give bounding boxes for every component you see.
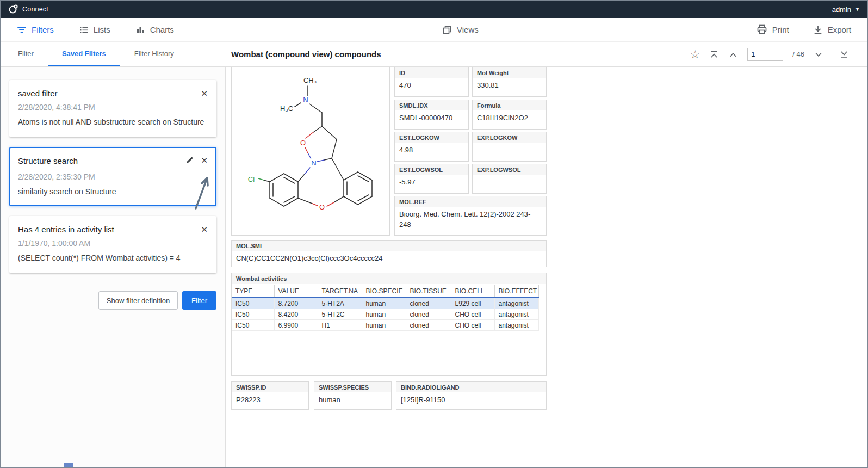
filter-card-title: Has 4 entries in activity list bbox=[18, 225, 194, 234]
activities-column-header[interactable]: TARGET.NA bbox=[318, 285, 362, 298]
previous-record-icon[interactable] bbox=[728, 50, 738, 59]
field-label: MOL.REF bbox=[395, 196, 546, 207]
record-nav-controls: ☆ / 46 bbox=[690, 48, 849, 61]
field-label: SWISSP.ID bbox=[232, 382, 308, 392]
user-menu[interactable]: admin ▼ bbox=[832, 5, 860, 14]
field-exp-logwsol[interactable]: EXP.LOGWSOL bbox=[472, 164, 547, 194]
filter-button[interactable]: Filter bbox=[182, 291, 216, 310]
field-swissp-species[interactable]: SWISSP.SPECIES human bbox=[314, 381, 392, 410]
toolbar-views-label: Views bbox=[457, 25, 479, 34]
activities-cell: human bbox=[362, 309, 406, 320]
bar-chart-icon bbox=[135, 25, 145, 35]
tab-filter[interactable]: Filter bbox=[4, 42, 48, 66]
filter-card-structure-search[interactable]: ✕ 2/28/2020, 2:35:30 PM similarity searc… bbox=[9, 147, 216, 207]
delete-filter-icon[interactable]: ✕ bbox=[201, 156, 208, 165]
toolbar-right-group: Print Export bbox=[757, 24, 851, 35]
field-value bbox=[473, 175, 546, 180]
molecule-structure: CH₃ N H₃C O N Cl O bbox=[232, 67, 389, 235]
field-est-logwsol[interactable]: EST.LOGWSOL -5.97 bbox=[394, 164, 469, 194]
sidebar-tabs: Filter Saved Filters Filter History bbox=[1, 42, 226, 66]
tab-filter-history[interactable]: Filter History bbox=[120, 42, 188, 66]
edit-pencil-icon[interactable] bbox=[186, 156, 194, 164]
brand: Connect bbox=[8, 4, 48, 14]
toolbar-lists-button[interactable]: Lists bbox=[79, 25, 110, 35]
field-label: SMDL.IDX bbox=[395, 100, 468, 110]
field-smdl-idx[interactable]: SMDL.IDX SMDL-00000470 bbox=[394, 100, 469, 130]
atom-label-o: O bbox=[300, 139, 306, 147]
next-record-icon[interactable] bbox=[814, 50, 823, 59]
tab-filter-label: Filter bbox=[18, 50, 34, 58]
activities-column-header[interactable]: VALUE bbox=[274, 285, 318, 298]
field-exp-logkow[interactable]: EXP.LOGKOW bbox=[472, 132, 547, 162]
delete-filter-icon[interactable]: ✕ bbox=[201, 89, 208, 98]
list-icon bbox=[79, 25, 89, 35]
favorite-star-icon[interactable]: ☆ bbox=[690, 48, 700, 60]
activities-row[interactable]: IC508.72005-HT2AhumanclonedL929 cellanta… bbox=[232, 298, 538, 309]
caret-down-icon: ▼ bbox=[855, 7, 860, 12]
field-est-logkow[interactable]: EST.LOGKOW 4.98 bbox=[394, 132, 469, 162]
activities-cell: H1 bbox=[318, 320, 362, 331]
field-bind-radioligand[interactable]: BIND.RADIOLIGAND [125I]R-91150 bbox=[396, 381, 547, 410]
activities-column-header[interactable]: TYPE bbox=[232, 285, 274, 298]
record-number-input[interactable] bbox=[747, 48, 783, 61]
field-id[interactable]: ID 470 bbox=[394, 67, 469, 97]
field-value: 330.81 bbox=[473, 78, 546, 94]
field-formula[interactable]: Formula C18H19ClN2O2 bbox=[472, 100, 547, 130]
field-mol-weight[interactable]: Mol Weight 330.81 bbox=[472, 67, 547, 97]
show-filter-definition-button[interactable]: Show filter definition bbox=[98, 291, 178, 310]
field-mol-ref[interactable]: MOL.REF Bioorg. Med. Chem. Lett. 12(2)-2… bbox=[394, 196, 547, 236]
delete-filter-icon[interactable]: ✕ bbox=[201, 225, 208, 235]
toolbar-filters-button[interactable]: Filters bbox=[17, 25, 54, 35]
field-label: Mol Weight bbox=[473, 67, 546, 78]
field-value: Bioorg. Med. Chem. Lett. 12(2)-2002 243-… bbox=[395, 207, 546, 233]
last-record-icon[interactable] bbox=[839, 50, 849, 59]
toolbar-views-button[interactable]: Views bbox=[442, 25, 479, 35]
field-label: EXP.LOGKOW bbox=[473, 132, 546, 143]
atom-label-n: N bbox=[303, 96, 308, 104]
activities-column-header[interactable]: BIO.TISSUE bbox=[406, 285, 451, 298]
field-label: Formula bbox=[473, 100, 546, 110]
activities-row[interactable]: IC506.9900H1humanclonedCHO cellantagonis… bbox=[232, 320, 538, 331]
field-label: SWISSP.SPECIES bbox=[314, 382, 391, 392]
atom-label-h3c: H₃C bbox=[280, 104, 293, 113]
field-mol-smi[interactable]: MOL.SMI CN(C)CC1CC2N(O1)c3cc(Cl)ccc3Oc4c… bbox=[231, 240, 547, 267]
saved-filters-panel: saved filter ✕ 2/28/2020, 4:38:41 PM Ato… bbox=[1, 67, 226, 467]
filter-card-description: similarity search on Structure bbox=[18, 186, 208, 198]
activities-label: Wombat activities bbox=[232, 273, 546, 284]
atom-label-n: N bbox=[311, 159, 316, 167]
field-value: C18H19ClN2O2 bbox=[473, 110, 546, 126]
activities-column-header[interactable]: BIO.SPECIE bbox=[362, 285, 406, 298]
field-label: EST.LOGWSOL bbox=[395, 164, 468, 175]
activities-column-header[interactable]: BIO.EFFECT bbox=[494, 285, 538, 298]
atom-label-cl: Cl bbox=[248, 175, 255, 183]
export-button[interactable]: Export bbox=[813, 24, 851, 35]
activities-cell: 5-HT2A bbox=[318, 298, 362, 309]
filter-actions: Show filter definition Filter bbox=[9, 291, 216, 310]
activities-cell: 6.9900 bbox=[274, 320, 318, 331]
app-window: Connect admin ▼ Filters Lists Cha bbox=[0, 0, 868, 468]
toolbar-charts-button[interactable]: Charts bbox=[135, 25, 174, 35]
activities-cell: cloned bbox=[406, 309, 451, 320]
structure-viewer[interactable]: CH₃ N H₃C O N Cl O bbox=[231, 67, 390, 236]
field-label: ID bbox=[395, 67, 468, 78]
first-record-icon[interactable] bbox=[709, 50, 719, 59]
horizontal-scrollbar-thumb[interactable] bbox=[64, 463, 73, 467]
filter-card-saved-filter[interactable]: saved filter ✕ 2/28/2020, 4:38:41 PM Ato… bbox=[9, 80, 216, 137]
activities-column-header[interactable]: BIO.CELL bbox=[451, 285, 494, 298]
print-button[interactable]: Print bbox=[757, 24, 789, 35]
filter-card-timestamp: 1/1/1970, 1:00:00 AM bbox=[18, 239, 208, 248]
activities-cell: 8.4200 bbox=[274, 309, 318, 320]
activities-cell: IC50 bbox=[232, 309, 274, 320]
filter-card-activity-list[interactable]: Has 4 entries in activity list ✕ 1/1/197… bbox=[9, 216, 216, 273]
filter-name-input[interactable] bbox=[18, 156, 182, 168]
tab-saved-filters[interactable]: Saved Filters bbox=[48, 42, 120, 66]
compound-record-view: CH₃ N H₃C O N Cl O ID 470 Mol Weight 330… bbox=[226, 67, 867, 467]
activities-table: TYPEVALUETARGET.NABIO.SPECIEBIO.TISSUEBI… bbox=[232, 285, 539, 331]
filter-icon bbox=[17, 25, 27, 35]
field-value: SMDL-00000470 bbox=[395, 110, 468, 126]
record-total: / 46 bbox=[792, 50, 804, 58]
field-swissp-id[interactable]: SWISSP.ID P28223 bbox=[231, 381, 309, 410]
activities-cell: CHO cell bbox=[451, 320, 494, 331]
activities-row[interactable]: IC508.42005-HT2ChumanclonedCHO cellantag… bbox=[232, 309, 538, 320]
record-header: Wombat (compound view) compounds ☆ / 46 bbox=[226, 42, 867, 66]
